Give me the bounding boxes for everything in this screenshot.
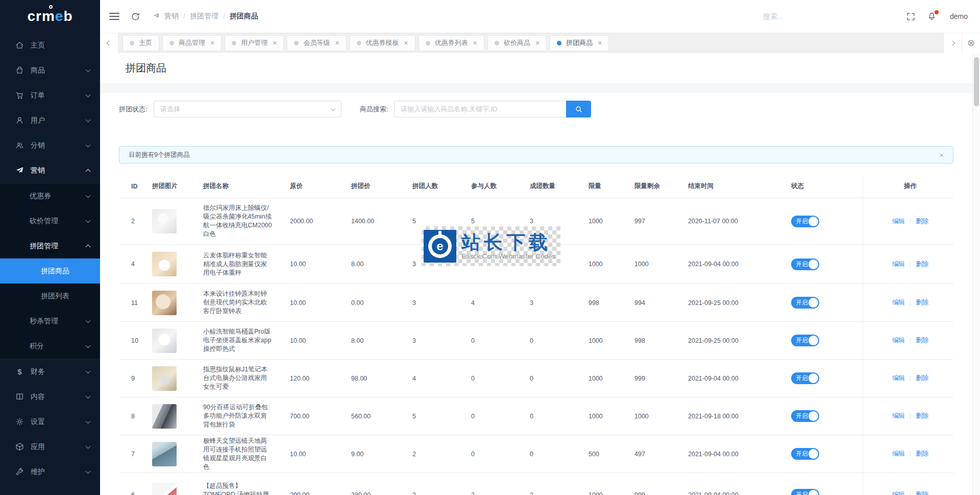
sidebar-item-coupon[interactable]: 优惠券: [0, 183, 100, 208]
table-row: 9 指思指纹鼠标J1笔记本台式电脑办公游戏家用女生可爱 120.00 98.00…: [119, 360, 953, 397]
column-header: 拼团价: [347, 182, 408, 191]
refresh-icon[interactable]: [131, 12, 140, 21]
delete-link[interactable]: 删除: [916, 260, 928, 269]
tab-coupon-template[interactable]: 优惠券模板×: [350, 35, 415, 51]
sidebar-item-home[interactable]: 主页: [0, 33, 100, 58]
sidebar-item-apps[interactable]: 应用: [0, 434, 100, 459]
column-header: 操作: [863, 175, 953, 198]
user-icon: [15, 116, 24, 125]
sidebar-item-orders[interactable]: 订单: [0, 83, 100, 108]
status-toggle[interactable]: 开启: [791, 297, 819, 309]
search-button[interactable]: [566, 101, 591, 117]
edit-link[interactable]: 编辑: [892, 490, 905, 495]
close-icon[interactable]: ×: [598, 39, 602, 46]
tab-bargain-goods[interactable]: 砍价商品×: [487, 35, 547, 51]
status-toggle[interactable]: 开启: [791, 258, 819, 270]
delete-link[interactable]: 删除: [916, 217, 928, 226]
table-row: 11 本来设计挂钟原木时钟创意现代简约实木北欧客厅卧室钟表 10.00 0.00…: [119, 284, 953, 322]
tab-active-dot-icon: [557, 41, 561, 45]
tab-dot-icon: [357, 41, 361, 45]
user-menu[interactable]: demo: [950, 12, 968, 20]
close-icon[interactable]: ×: [535, 39, 540, 46]
collapse-menu-icon[interactable]: [109, 13, 119, 20]
filter-row: 拼团状态: 请选择 商品搜索:: [119, 101, 953, 117]
delete-link[interactable]: 删除: [916, 490, 928, 495]
goods-search-input[interactable]: [394, 101, 566, 117]
row-id: 8: [119, 413, 148, 420]
sidebar-item-marketing[interactable]: 营销: [0, 158, 100, 183]
close-icon[interactable]: ×: [273, 39, 277, 46]
status-toggle[interactable]: 开启: [791, 335, 819, 346]
edit-link[interactable]: 编辑: [892, 450, 905, 458]
delete-link[interactable]: 删除: [916, 450, 928, 458]
global-search-input[interactable]: [763, 12, 840, 20]
tab-goods-manage[interactable]: 商品管理×: [162, 35, 222, 51]
tab-user-manage[interactable]: 用户管理×: [225, 35, 284, 51]
tab-group-goods[interactable]: 拼团商品×: [550, 35, 609, 51]
tab-coupon-list[interactable]: 优惠券列表×: [419, 35, 484, 51]
content-card: 拼团状态: 请选择 商品搜索: 目前拥有9个拼团商品 × ID 拼团图片 拼团名…: [100, 93, 972, 495]
group-goods-table: ID 拼团图片 拼团名称 原价 拼团价 拼团人数 参与人数 成团数量 限量 限量…: [119, 175, 953, 495]
sidebar-item-maintain[interactable]: 维护: [0, 459, 100, 484]
sidebar-item-finance[interactable]: $ 财务: [0, 359, 100, 384]
edit-link[interactable]: 编辑: [892, 374, 905, 383]
logo-ring-icon: [49, 5, 53, 9]
scrollbar-thumb[interactable]: [974, 57, 979, 106]
delete-link[interactable]: 删除: [916, 336, 928, 345]
search-icon: [575, 105, 583, 113]
status-toggle[interactable]: 开启: [791, 410, 819, 422]
product-name: 90分百搭运动可折叠包多功能户外防泼水双肩背包旅行袋: [199, 403, 286, 429]
sidebar-item-users[interactable]: 用户: [0, 108, 100, 133]
edit-link[interactable]: 编辑: [892, 217, 905, 226]
status-toggle[interactable]: 开启: [791, 216, 819, 227]
chevron-down-icon: [86, 193, 91, 198]
sidebar-item-settings[interactable]: 设置: [0, 409, 100, 434]
column-header: 拼团人数: [408, 182, 467, 191]
group-status-select[interactable]: 请选择: [154, 101, 341, 117]
edit-link[interactable]: 编辑: [892, 336, 905, 345]
tab-member-level[interactable]: 会员等级×: [287, 35, 346, 51]
row-id: 6: [119, 491, 148, 495]
chevron-up-icon: [86, 169, 91, 174]
status-toggle[interactable]: 开启: [791, 489, 819, 495]
close-icon[interactable]: ×: [939, 151, 944, 159]
sidebar-item-group-goods[interactable]: 拼团商品: [0, 258, 100, 284]
watermark-logo-icon: e: [424, 230, 456, 263]
tabs-scroll-right-button[interactable]: [943, 33, 962, 53]
delete-link[interactable]: 删除: [916, 412, 928, 420]
chevron-left-icon: [107, 40, 112, 45]
close-icon[interactable]: ×: [404, 39, 408, 46]
sidebar-item-group-manage[interactable]: 拼团管理: [0, 233, 100, 258]
status-toggle[interactable]: 开启: [791, 448, 819, 460]
divider: [910, 300, 911, 306]
sidebar-item-group-list[interactable]: 拼团列表: [0, 284, 100, 309]
sidebar-item-points[interactable]: 积分: [0, 334, 100, 359]
info-alert: 目前拥有9个拼团商品 ×: [119, 146, 953, 163]
close-icon[interactable]: ×: [210, 39, 214, 46]
edit-link[interactable]: 编辑: [892, 260, 905, 269]
edit-link[interactable]: 编辑: [892, 298, 905, 307]
delete-link[interactable]: 删除: [916, 298, 928, 307]
sidebar-item-distribution[interactable]: 分销: [0, 133, 100, 158]
edit-link[interactable]: 编辑: [892, 412, 905, 420]
sidebar-item-bargain[interactable]: 砍价管理: [0, 208, 100, 233]
fullscreen-icon[interactable]: [906, 12, 916, 21]
book-icon: [15, 392, 24, 401]
close-icon[interactable]: ×: [335, 39, 339, 46]
status-toggle[interactable]: 开启: [791, 372, 819, 384]
breadcrumb-level1[interactable]: 营销: [164, 12, 179, 21]
breadcrumb-level2[interactable]: 拼团管理: [190, 12, 218, 21]
notification-bell-icon[interactable]: [927, 12, 937, 21]
chevron-down-icon: [86, 318, 91, 323]
sidebar: crmeb 主页 商品 订单 用户 分销 营销 优惠券 砍价管理: [0, 0, 100, 495]
sidebar-item-seckill[interactable]: 秒杀管理: [0, 309, 100, 334]
close-icon[interactable]: ×: [473, 39, 477, 46]
vertical-scrollbar[interactable]: [972, 53, 980, 495]
tabs-scroll-left-button[interactable]: [100, 33, 118, 53]
chevron-up-icon: [86, 245, 91, 250]
sidebar-item-content[interactable]: 内容: [0, 384, 100, 409]
tab-home[interactable]: 主页: [122, 35, 159, 51]
delete-link[interactable]: 删除: [916, 374, 928, 383]
sidebar-item-goods[interactable]: 商品: [0, 58, 100, 83]
close-all-tabs-button[interactable]: ⊗: [962, 33, 980, 53]
